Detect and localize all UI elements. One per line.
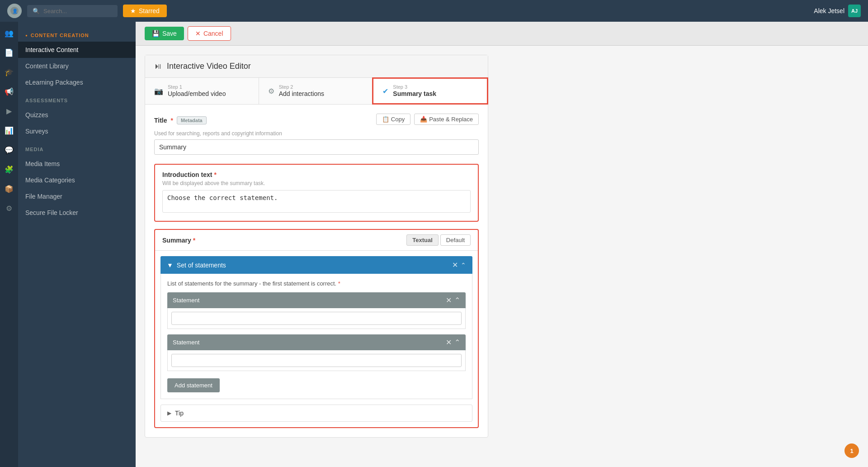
paste-icon: 📥	[420, 116, 427, 123]
intro-required: *	[214, 171, 216, 178]
statements-container: ▼ Set of statements ✕ ⌃ List	[155, 251, 478, 405]
statement-2-close-icon[interactable]: ✕	[446, 338, 452, 347]
editor-icon: ⏯	[154, 62, 162, 71]
sidebar-item-interactive-content[interactable]: Interactive Content	[18, 42, 136, 58]
metadata-badge[interactable]: Metadata	[177, 116, 207, 124]
sidebar-item-file-manager[interactable]: File Manager	[18, 188, 136, 205]
statements-header-label: Set of statements	[177, 262, 226, 269]
title-input[interactable]	[154, 139, 479, 155]
sidebar-icon-video[interactable]: ▶	[5, 105, 14, 117]
statements-header[interactable]: ▼ Set of statements ✕ ⌃	[160, 256, 472, 274]
summary-required: *	[193, 237, 195, 244]
copy-icon: 📋	[382, 116, 389, 123]
search-input[interactable]	[43, 8, 111, 14]
sidebar-icon-puzzle[interactable]: 🧩	[3, 163, 15, 176]
copy-button[interactable]: 📋 Copy	[376, 114, 410, 125]
svg-text:👤: 👤	[12, 8, 18, 14]
star-icon: ★	[130, 7, 136, 14]
statement-1-close-icon[interactable]: ✕	[446, 296, 452, 305]
content-area: ⏯ Interactive Video Editor 📷 Step 1 Uplo…	[136, 46, 868, 467]
search-box[interactable]: 🔍	[27, 5, 118, 17]
statement-2-expand-icon[interactable]: ⌃	[454, 338, 460, 347]
statement-1-header: Statement ✕ ⌃	[167, 292, 466, 308]
save-icon: 💾	[152, 30, 160, 37]
notification-badge[interactable]: 1	[844, 443, 859, 458]
intro-desc: Will be displayed above the summary task…	[162, 180, 471, 186]
tip-section: ▶ Tip	[160, 405, 472, 422]
paste-replace-button[interactable]: 📥 Paste & Replace	[414, 114, 479, 125]
sidebar-section-assessments: ASSESSMENTS	[18, 91, 136, 107]
list-info: List of statements for the summary - the…	[167, 280, 466, 287]
sidebar-item-content-library[interactable]: Content Library	[18, 58, 136, 74]
chevron-down-icon: ▼	[167, 262, 173, 269]
step-3-num: Step 3	[393, 84, 436, 90]
step-3-icon: ✔	[382, 87, 388, 95]
statements-expand-icon[interactable]: ⌃	[461, 262, 466, 269]
step-3[interactable]: ✔ Step 3 Summary task	[372, 77, 488, 105]
statement-1-input-wrap	[167, 308, 466, 329]
title-label: Title	[154, 117, 167, 124]
statements-close-icon[interactable]: ✕	[452, 261, 458, 269]
title-desc: Used for searching, reports and copyrigh…	[154, 130, 479, 137]
steps-bar: 📷 Step 1 Upload/embed video ⚙ Step 2 Add…	[145, 78, 488, 105]
summary-label: Summary	[162, 237, 191, 244]
sidebar-section-media: MEDIA	[18, 139, 136, 156]
tab-textual[interactable]: Textual	[406, 234, 439, 246]
sidebar-item-quizzes[interactable]: Quizzes	[18, 107, 136, 123]
step-1-num: Step 1	[168, 84, 226, 90]
cancel-button[interactable]: ✕ Cancel	[188, 26, 231, 41]
statement-2-input[interactable]	[171, 354, 462, 367]
step-2-label: Add interactions	[279, 90, 324, 97]
action-bar: 💾 Save ✕ Cancel	[136, 22, 868, 46]
starred-button[interactable]: ★ Starred	[123, 5, 167, 17]
tab-default[interactable]: Default	[440, 234, 471, 246]
user-avatar: AJ	[848, 5, 861, 17]
step-2[interactable]: ⚙ Step 2 Add interactions	[259, 78, 373, 104]
sidebar-item-surveys[interactable]: Surveys	[18, 123, 136, 139]
step-2-icon: ⚙	[268, 87, 274, 95]
topbar: 👤 🔍 ★ Starred Alek Jetsel AJ	[0, 0, 868, 22]
user-name: Alek Jetsel	[814, 7, 844, 14]
statement-1-input[interactable]	[171, 312, 462, 325]
sidebar-icon-course[interactable]: 🎓	[3, 66, 15, 78]
sidebar-icon-settings[interactable]: ⚙	[4, 202, 14, 214]
sidebar-item-media-items[interactable]: Media Items	[18, 156, 136, 172]
statement-item-2: Statement ✕ ⌃	[167, 334, 466, 371]
save-button[interactable]: 💾 Save	[145, 27, 184, 40]
editor-header: ⏯ Interactive Video Editor	[145, 55, 488, 78]
intro-textarea[interactable]: Choose the correct statement.	[162, 190, 471, 213]
statement-1-expand-icon[interactable]: ⌃	[454, 296, 460, 305]
sidebar-menu: CONTENT CREATION Interactive Content Con…	[18, 22, 136, 467]
search-icon: 🔍	[33, 8, 40, 14]
sidebar-item-secure-file-locker[interactable]: Secure File Locker	[18, 205, 136, 221]
tip-label: Tip	[175, 410, 184, 417]
statement-1-label: Statement	[173, 297, 199, 304]
step-3-label: Summary task	[393, 90, 436, 97]
summary-section: Summary * Textual Default ▼	[154, 229, 479, 428]
sidebar-section-content-creation: CONTENT CREATION	[18, 25, 136, 42]
step-1-icon: 📷	[154, 87, 163, 95]
add-statement-button[interactable]: Add statement	[167, 378, 220, 392]
sidebar-icon-box[interactable]: 📦	[3, 183, 15, 195]
step-2-num: Step 2	[279, 84, 324, 90]
tip-arrow-icon: ▶	[167, 410, 171, 416]
sidebar-icon-col: 👥 📄 🎓 📢 ▶ 📊 💬 🧩 📦 ⚙	[0, 22, 18, 467]
sidebar-icon-media[interactable]: 📢	[3, 86, 15, 98]
editor-panel: ⏯ Interactive Video Editor 📷 Step 1 Uplo…	[145, 55, 488, 438]
sidebar-icon-comment[interactable]: 💬	[3, 144, 15, 156]
tip-header[interactable]: ▶ Tip	[161, 405, 472, 421]
form-body: Title * Metadata 📋 Copy 📥	[145, 105, 488, 437]
editor-title: Interactive Video Editor	[167, 62, 251, 71]
step-1-label: Upload/embed video	[168, 90, 226, 97]
intro-section: Introduction text * Will be displayed ab…	[154, 164, 479, 222]
statement-2-header: Statement ✕ ⌃	[167, 334, 466, 350]
step-1[interactable]: 📷 Step 1 Upload/embed video	[145, 78, 259, 104]
sidebar-item-elearning-packages[interactable]: eLearning Packages	[18, 74, 136, 91]
sidebar-item-media-categories[interactable]: Media Categories	[18, 172, 136, 188]
sidebar-icon-chart[interactable]: 📊	[3, 124, 15, 137]
sidebar-icon-people[interactable]: 👥	[3, 27, 15, 39]
statement-2-label: Statement	[173, 339, 199, 346]
summary-tabs: Textual Default	[406, 234, 471, 246]
cancel-icon: ✕	[195, 30, 201, 37]
sidebar-icon-content[interactable]: 📄	[3, 47, 15, 59]
